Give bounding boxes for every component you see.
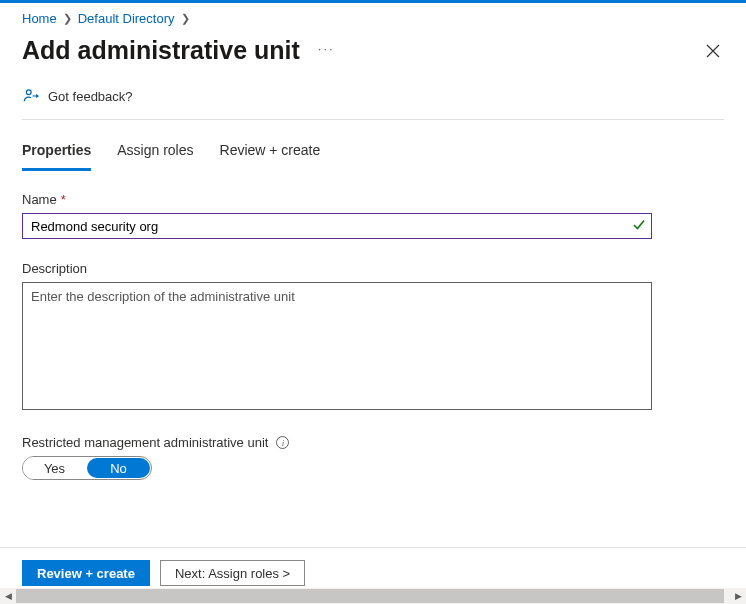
scroll-thumb[interactable] <box>16 589 724 603</box>
tab-properties[interactable]: Properties <box>22 142 91 171</box>
chevron-right-icon: ❯ <box>181 12 190 25</box>
breadcrumb: Home ❯ Default Directory ❯ <box>0 3 746 30</box>
close-button[interactable] <box>702 40 724 62</box>
scroll-left-icon[interactable]: ◀ <box>0 588 16 604</box>
chevron-right-icon: ❯ <box>63 12 72 25</box>
check-icon <box>632 218 646 235</box>
restricted-label: Restricted management administrative uni… <box>22 435 724 450</box>
page-header: Add administrative unit ··· <box>0 30 746 79</box>
info-icon[interactable]: i <box>276 436 289 449</box>
feedback-icon <box>22 87 40 105</box>
tab-review-create[interactable]: Review + create <box>220 142 321 171</box>
tab-assign-roles[interactable]: Assign roles <box>117 142 193 171</box>
field-name: Name * <box>22 192 724 239</box>
breadcrumb-directory[interactable]: Default Directory <box>78 11 175 26</box>
svg-point-0 <box>26 90 31 95</box>
scroll-track[interactable] <box>16 588 730 604</box>
feedback-label: Got feedback? <box>48 89 133 104</box>
breadcrumb-home[interactable]: Home <box>22 11 57 26</box>
required-indicator: * <box>61 192 66 207</box>
description-label: Description <box>22 261 724 276</box>
footer: Review + create Next: Assign roles > <box>0 547 746 586</box>
field-restricted: Restricted management administrative uni… <box>22 435 724 480</box>
feedback-link[interactable]: Got feedback? <box>22 79 724 120</box>
tabs: Properties Assign roles Review + create <box>0 120 746 172</box>
review-create-button[interactable]: Review + create <box>22 560 150 586</box>
next-assign-roles-button[interactable]: Next: Assign roles > <box>160 560 305 586</box>
form: Name * Description Restricted management… <box>0 172 746 480</box>
close-icon <box>706 44 720 58</box>
name-label: Name * <box>22 192 724 207</box>
restricted-toggle[interactable]: Yes No <box>22 456 152 480</box>
description-input[interactable] <box>22 282 652 410</box>
more-button[interactable]: ··· <box>318 41 335 60</box>
horizontal-scrollbar[interactable]: ◀ ▶ <box>0 588 746 604</box>
scroll-right-icon[interactable]: ▶ <box>730 588 746 604</box>
toggle-yes[interactable]: Yes <box>23 457 86 479</box>
page-title: Add administrative unit <box>22 36 300 65</box>
toggle-no[interactable]: No <box>87 458 150 478</box>
name-input[interactable] <box>22 213 652 239</box>
field-description: Description <box>22 261 724 413</box>
